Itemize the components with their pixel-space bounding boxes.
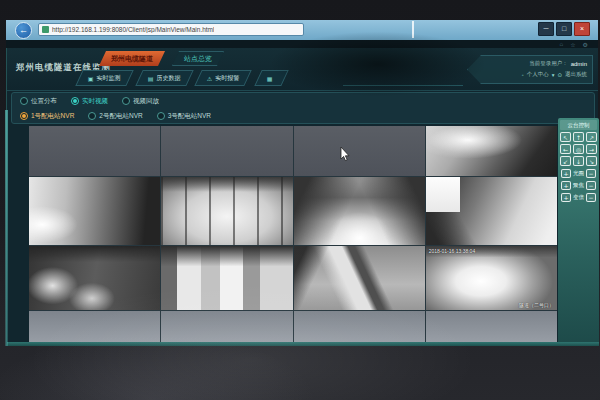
- app-viewport: 郑州电缆隧道在线监测 郑州电缆隧道站点总览 ▣实时监测▤历史数据⚠实时报警▦ 当…: [6, 48, 598, 346]
- pan-left-button[interactable]: ←: [560, 144, 571, 154]
- home-icon[interactable]: ⌂: [560, 41, 564, 48]
- focus-plus-button[interactable]: +: [561, 181, 571, 190]
- iris-control-row: +光圈−: [558, 169, 599, 178]
- device-icon: ▦: [267, 75, 273, 82]
- pan-down-button[interactable]: ↓: [573, 156, 584, 166]
- ptz-control-panel: 云台控制 ↖↑↗←◎→↙↓↘ +光圈−+聚焦−+变倍−: [558, 118, 599, 345]
- window-controls: ─□×: [538, 22, 590, 36]
- tab-bar: 郑州电缆隧道站点总览: [99, 51, 224, 66]
- app-header: 郑州电缆隧道在线监测 郑州电缆隧道站点总览 ▣实时监测▤历史数据⚠实时报警▦ 当…: [7, 48, 598, 91]
- camera-cell-r1c1[interactable]: [29, 126, 160, 176]
- tab-1[interactable]: 郑州电缆隧道: [99, 51, 165, 66]
- zoom-minus-button[interactable]: −: [586, 193, 596, 202]
- radio-circle-icon: [20, 112, 28, 120]
- nav-item-3[interactable]: ⚠实时报警: [195, 70, 253, 86]
- focus-label: 聚焦: [573, 182, 584, 189]
- minimize-button[interactable]: ─: [538, 22, 554, 36]
- pan-down-right-button[interactable]: ↘: [586, 156, 597, 166]
- nav-item-4[interactable]: ▦: [254, 70, 288, 86]
- camera-cell-r4c3[interactable]: [294, 311, 425, 342]
- camera-cell-r2c3[interactable]: [294, 177, 425, 245]
- browser-window: ← http://192.168.1.199:8080/Client/jsp/M…: [6, 20, 598, 346]
- caret-down-icon: ▾: [552, 72, 555, 78]
- camera-cell-r1c2[interactable]: [161, 126, 292, 176]
- nav-item-label: 实时监测: [97, 74, 121, 83]
- nav-item-1[interactable]: ▣实时监测: [75, 70, 133, 86]
- url-text: http://192.168.1.199:8080/Client/jsp/Mai…: [52, 26, 214, 33]
- nvr-radio-3[interactable]: 3号配电站NVR: [157, 112, 211, 121]
- iris-plus-button[interactable]: +: [561, 169, 571, 178]
- browser-address-bar: ← http://192.168.1.199:8080/Client/jsp/M…: [6, 20, 598, 40]
- video-grid: 2018-01-16 13:38:04隧道（二号口）: [29, 126, 557, 342]
- radio-circle-icon: [20, 97, 28, 105]
- nvr-radio-1[interactable]: 1号配电站NVR: [20, 112, 74, 121]
- nvr-radio-2[interactable]: 2号配电站NVR: [88, 112, 142, 121]
- browser-back-button[interactable]: ←: [15, 22, 32, 39]
- url-field[interactable]: http://192.168.1.199:8080/Client/jsp/Mai…: [38, 23, 304, 36]
- radio-circle-icon: [71, 97, 79, 105]
- power-icon: ⊙: [557, 72, 562, 78]
- compatibility-icon: [42, 26, 49, 33]
- bottom-accent-strip: [7, 342, 599, 346]
- pan-up-left-button[interactable]: ↖: [560, 132, 571, 142]
- nav-item-label: 历史数据: [156, 74, 180, 83]
- camera-cell-r3c1[interactable]: [29, 246, 160, 310]
- iris-label: 光圈: [573, 170, 584, 177]
- pan-center-button[interactable]: ◎: [573, 144, 584, 154]
- osd-timestamp: 2018-01-16 13:38:04: [429, 248, 475, 254]
- alarm-icon: ⚠: [207, 75, 212, 82]
- focus-minus-button[interactable]: −: [586, 181, 596, 190]
- camera-cell-r2c4[interactable]: [426, 177, 557, 245]
- camera-cell-r3c4[interactable]: 2018-01-16 13:38:04隧道（二号口）: [426, 246, 557, 310]
- view-mode-radios: 位置分布实时视频视频回放: [20, 94, 159, 108]
- sub-navigation: ▣实时监测▤历史数据⚠实时报警▦: [79, 70, 284, 86]
- camera-cell-r2c1[interactable]: [29, 177, 160, 245]
- radio-circle-icon: [122, 97, 130, 105]
- camera-cell-r1c3[interactable]: [294, 126, 425, 176]
- camera-cell-r4c4[interactable]: [426, 311, 557, 342]
- zoom-plus-button[interactable]: +: [561, 193, 571, 202]
- camera-cell-r1c4[interactable]: [426, 126, 557, 176]
- tab-2[interactable]: 站点总览: [172, 51, 224, 66]
- radio-circle-icon: [88, 112, 96, 120]
- pan-up-button[interactable]: ↑: [573, 132, 584, 142]
- logout-link[interactable]: 退出系统: [565, 71, 587, 78]
- ptz-lens-controls: +光圈−+聚焦−+变倍−: [558, 169, 599, 202]
- radio-circle-icon: [157, 112, 165, 120]
- pan-down-left-button[interactable]: ↙: [560, 156, 571, 166]
- monitor-icon: ▣: [88, 75, 94, 82]
- settings-icon[interactable]: ⚙: [583, 41, 588, 48]
- radio-label: 3号配电站NVR: [168, 112, 211, 121]
- view-mode-radio-1[interactable]: 位置分布: [20, 97, 57, 106]
- radio-label: 实时视频: [82, 97, 108, 106]
- person-icon: ◦: [522, 72, 524, 78]
- favorites-icon[interactable]: ☆: [570, 41, 575, 48]
- focus-control-row: +聚焦−: [558, 181, 599, 190]
- browser-toolbar-icons: ⌂☆⚙: [560, 41, 588, 48]
- iris-minus-button[interactable]: −: [586, 169, 596, 178]
- maximize-button[interactable]: □: [556, 22, 572, 36]
- header-decoration-line: [343, 85, 463, 86]
- view-mode-radio-3[interactable]: 视频回放: [122, 97, 159, 106]
- radio-label: 2号配电站NVR: [99, 112, 142, 121]
- profile-center-link[interactable]: 个人中心: [527, 71, 549, 78]
- close-button[interactable]: ×: [574, 22, 590, 36]
- username: admin: [571, 61, 587, 67]
- nav-item-label: 实时报警: [216, 74, 240, 83]
- pan-up-right-button[interactable]: ↗: [586, 132, 597, 142]
- history-icon: ▤: [148, 75, 154, 82]
- camera-cell-r3c2[interactable]: [161, 246, 292, 310]
- nvr-radios: 1号配电站NVR2号配电站NVR3号配电站NVR: [20, 109, 211, 123]
- camera-cell-r4c1[interactable]: [29, 311, 160, 342]
- camera-cell-r2c2[interactable]: [161, 177, 292, 245]
- camera-cell-r4c2[interactable]: [161, 311, 292, 342]
- radio-label: 位置分布: [31, 97, 57, 106]
- zoom-control-row: +变倍−: [558, 193, 599, 202]
- pan-right-button[interactable]: →: [586, 144, 597, 154]
- camera-cell-r3c3[interactable]: [294, 246, 425, 310]
- ptz-panel-title: 云台控制: [560, 120, 597, 130]
- view-mode-radio-2[interactable]: 实时视频: [71, 97, 108, 106]
- radio-label: 视频回放: [133, 97, 159, 106]
- zoom-label: 变倍: [573, 194, 584, 201]
- nav-item-2[interactable]: ▤历史数据: [135, 70, 193, 86]
